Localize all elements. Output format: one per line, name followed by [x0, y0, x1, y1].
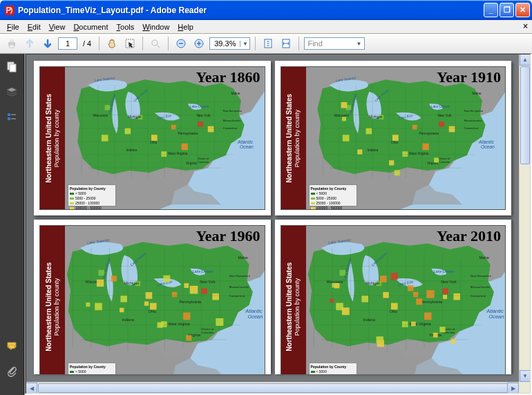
svg-rect-27 [216, 318, 223, 326]
svg-rect-28 [186, 335, 191, 340]
toolbar: / 4 39.3%▼ Find▼ [0, 34, 532, 54]
svg-rect-16 [8, 113, 10, 116]
map-title-sidebar: Northeastern United StatesPopulation by … [40, 67, 65, 209]
menu-view[interactable]: View [45, 21, 70, 32]
comments-panel-icon[interactable] [4, 338, 19, 354]
menu-help[interactable]: Help [173, 21, 198, 32]
svg-rect-46 [334, 283, 339, 289]
zoom-marquee-icon[interactable] [148, 36, 163, 51]
svg-rect-35 [184, 283, 189, 288]
svg-rect-51 [330, 299, 334, 303]
svg-rect-3 [10, 45, 14, 48]
svg-rect-29 [120, 308, 124, 312]
svg-rect-33 [144, 301, 149, 305]
map-frame: Northeastern United StatesPopulation by … [281, 66, 506, 210]
close-document-button[interactable]: × [523, 21, 528, 31]
print-icon[interactable] [4, 36, 19, 51]
svg-rect-45 [407, 285, 412, 291]
map-legend: Population by County < 50005000 - 250002… [68, 363, 116, 374]
svg-rect-18 [8, 117, 10, 120]
page-number-input[interactable] [58, 37, 77, 50]
svg-rect-22 [341, 102, 347, 108]
fit-width-icon[interactable] [278, 36, 294, 51]
menu-window[interactable]: Window [138, 21, 173, 32]
pdf-page[interactable]: Northeastern United StatesPopulation by … [34, 220, 271, 374]
svg-rect-41 [443, 295, 447, 299]
map-frame: Northeastern United StatesPopulation by … [281, 225, 506, 374]
svg-rect-37 [163, 276, 170, 282]
svg-rect-36 [86, 302, 90, 307]
map-title-sidebar: Northeastern United StatesPopulation by … [281, 67, 306, 209]
select-tool-icon[interactable] [122, 36, 137, 51]
svg-rect-52 [439, 327, 445, 332]
map-legend: Population by County < 50005000 - 250002… [309, 363, 357, 374]
menu-tools[interactable]: Tools [113, 21, 139, 32]
minimize-button[interactable]: _ [484, 3, 498, 17]
svg-rect-38 [390, 273, 397, 280]
bookmarks-panel-icon[interactable] [4, 109, 19, 124]
pages-panel-icon[interactable] [4, 59, 19, 75]
svg-rect-39 [426, 290, 434, 298]
layers-panel-icon[interactable] [4, 84, 19, 99]
adobe-reader-icon [4, 5, 15, 16]
svg-rect-32 [158, 322, 163, 328]
map-year-label: Year 2010 [437, 227, 501, 245]
svg-rect-48 [416, 298, 422, 305]
find-input[interactable]: Find▼ [304, 37, 365, 50]
svg-rect-25 [342, 117, 346, 121]
svg-rect-54 [411, 322, 416, 327]
map-legend: Population by County < 50005000 - 250002… [68, 184, 116, 206]
svg-rect-21 [434, 157, 439, 162]
pdf-page[interactable]: Northeastern United StatesPopulation by … [275, 61, 512, 215]
previous-page-icon[interactable] [22, 36, 37, 51]
svg-point-5 [152, 40, 158, 46]
zoom-level-select[interactable]: 39.3%▼ [209, 37, 250, 50]
svg-rect-26 [190, 286, 198, 294]
next-page-icon[interactable] [40, 36, 55, 51]
svg-rect-15 [10, 64, 16, 72]
fit-page-icon[interactable] [260, 36, 276, 51]
document-viewport: Northeastern United StatesPopulation by … [24, 54, 532, 395]
svg-rect-20 [357, 149, 362, 154]
svg-rect-34 [97, 280, 104, 287]
maximize-button[interactable]: ❐ [500, 3, 514, 17]
vertical-scrollbar[interactable]: ▲▼ [519, 54, 531, 382]
svg-rect-42 [341, 307, 349, 315]
pdf-page[interactable]: Northeastern United StatesPopulation by … [34, 61, 271, 215]
svg-rect-49 [383, 292, 388, 298]
svg-rect-24 [389, 160, 394, 165]
svg-rect-55 [433, 333, 437, 338]
svg-rect-31 [111, 276, 117, 281]
window-titlebar: Population_TimeViz_Layout.pdf - Adobe Re… [0, 0, 532, 20]
menu-edit[interactable]: Edit [23, 21, 45, 32]
zoom-in-icon[interactable] [191, 36, 207, 51]
svg-rect-43 [450, 339, 455, 344]
window-title: Population_TimeViz_Layout.pdf - Adobe Re… [18, 6, 484, 15]
map-year-label: Year 1960 [196, 227, 260, 245]
pdf-page[interactable]: Northeastern United StatesPopulation by … [275, 220, 512, 374]
map-title-sidebar: Northeastern United StatesPopulation by … [40, 226, 65, 374]
svg-rect-53 [377, 340, 383, 347]
svg-rect-23 [394, 170, 399, 175]
menu-file[interactable]: File [3, 21, 23, 32]
menu-bar: File Edit View Document Tools Window Hel… [0, 20, 532, 34]
map-year-label: Year 1860 [196, 68, 260, 86]
svg-rect-2 [10, 39, 14, 42]
close-button[interactable]: ✕ [515, 3, 530, 17]
navigation-pane [0, 54, 24, 395]
attachments-panel-icon[interactable] [4, 363, 19, 378]
zoom-out-icon[interactable] [173, 36, 189, 51]
page-total-label: / 4 [80, 39, 94, 48]
hand-tool-icon[interactable] [104, 36, 120, 51]
map-year-label: Year 1910 [437, 68, 501, 86]
svg-line-6 [157, 45, 160, 48]
menu-document[interactable]: Document [69, 21, 112, 32]
map-frame: Northeastern United StatesPopulation by … [39, 66, 265, 210]
map-legend: Population by County < 50005000 - 250002… [309, 184, 357, 206]
map-frame: Northeastern United StatesPopulation by … [39, 225, 265, 374]
horizontal-scrollbar[interactable]: ◀▶ [26, 382, 519, 394]
svg-rect-50 [379, 276, 386, 282]
svg-rect-30 [146, 292, 153, 299]
map-title-sidebar: Northeastern United StatesPopulation by … [281, 226, 306, 374]
